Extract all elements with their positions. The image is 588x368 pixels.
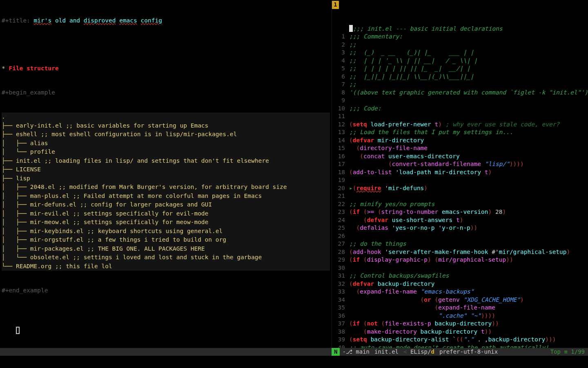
code-text: ▸(require 'mir-defuns) [349,184,586,193]
code-line: 11 [332,112,586,121]
code-line: 6;; |_||_| |_||_| \\__|(_)\\___||_| [332,73,586,81]
line-number: 23 [332,208,349,216]
code-text: ;; | | | '_ \\ | || __| / _ \\| | [349,57,586,65]
begin-example: #+begin_example [2,89,330,97]
line-number: 22 [332,200,349,209]
code-text: (defvar backup-directory [349,280,586,288]
code-text [349,96,586,105]
line-number: 3 [332,49,349,57]
code-text: (expand-file-name "emacs-backups" [349,288,586,296]
elisp-buffer[interactable]: 1 ;;; init.el --- basic initial declarat… [332,0,588,348]
code-line: 22;; minify yes/no prompts [332,200,586,209]
code-text: (convert-standard-filename "lisp/")))) [349,160,586,168]
code-line: 8'((above text graphic generated with co… [332,89,586,97]
code-line: 15 (directory-file-name [332,144,586,153]
line-number: 9 [332,96,349,105]
code-text: ;; Control backups/swapfiles [349,272,586,280]
tree-line: . [2,112,330,121]
line-number: 33 [332,288,349,296]
modeline-row: N main init.el < ELisp/d prefer-utf-8-un… [0,348,588,356]
org-buffer[interactable]: #+title: mir's old and disproved emacs c… [0,0,332,348]
code-text [349,192,586,200]
code-line: 13;; Load the files that I put my settin… [332,128,586,137]
code-text: (or (getenv "XDG_CACHE_HOME") [349,296,586,304]
tree-line: ├── lisp [2,174,330,183]
title-keyword: #+title: [2,17,34,24]
code-text: (if (>= (string-to-number emacs-version)… [349,208,586,216]
code-text: ;;; Code: [349,105,586,113]
code-text [349,232,586,240]
line-number [332,25,349,33]
line-number: 39 [332,336,349,344]
org-title-line: #+title: mir's old and disproved emacs c… [2,17,330,25]
code-line: 3;; (_) _ __ (_)| |_ ___ | | [332,49,586,57]
code-line: 2;; [332,41,586,49]
tree-line: │ └── profile [2,148,330,157]
code-text: (defvar mir-directory [349,137,586,145]
tree-line: ├── eshell ;; most eshell configuration … [2,130,330,139]
code-line: 37(if (not (file-exists-p backup-directo… [332,320,586,328]
code-text: (add-to-list 'load-path mir-directory t) [349,168,586,177]
line-number: 16 [332,153,349,161]
line-number: 37 [332,320,349,328]
code-text: '((above text graphic generated with com… [349,89,588,97]
tree-line: ├── init.el ;; loading files in lisp/ an… [2,157,330,166]
line-number: 17 [332,160,349,168]
code-text: ;; | | | | | || || |_ _| __/| | [349,65,586,73]
code-text: ;; [349,41,586,49]
current-line-badge: 1 [332,1,339,9]
line-number: 25 [332,224,349,232]
code-text: ;; [349,81,586,89]
title-word: mir's [34,17,52,24]
line-number: 11 [332,112,349,121]
code-text: (concat user-emacs-directory [349,153,586,161]
line-number: 26 [332,232,349,240]
code-text: ;; auto-save-mode doesn't create the pat… [349,344,586,348]
line-number: 5 [332,65,349,73]
code-line: 24 (defvar use-short-answers t) [332,216,586,224]
major-mode: < ELisp/d [401,348,437,356]
code-line: 36 ".cache" "~")))) [332,312,586,320]
echo-area [0,356,588,368]
code-line: 38 (make-directory backup-directory t)) [332,328,586,336]
code-line: 4;; | | | '_ \\ | || __| / _ \\| | [332,57,586,65]
line-number: 21 [332,192,349,200]
code-text: ;; do the things [349,240,586,248]
buffer-position: Top ≡ 1/99 [550,348,588,356]
code-line: 34 (or (getenv "XDG_CACHE_HOME") [332,296,586,304]
code-text: (setq backup-directory-alist `(("." . ,b… [349,336,586,344]
line-number: 24 [332,216,349,224]
line-number: 30 [332,264,349,272]
line-number: 15 [332,144,349,153]
code-line: 20▸(require 'mir-defuns) [332,184,586,193]
line-number: 8 [332,89,349,97]
code-line: 12(setq load-prefer-newer t) ; why ever … [332,121,586,129]
code-text: ;; minify yes/no prompts [349,200,586,209]
line-number: 2 [332,41,349,49]
tree-line: │ ├── mir-defuns.el ;; config for larger… [2,200,330,209]
code-text [349,176,586,184]
modeline-left [0,348,332,356]
evil-state-indicator: N [332,348,340,356]
code-line: ;;; init.el --- basic initial declaratio… [332,25,586,33]
code-line: 19 [332,176,586,184]
line-number: 18 [332,168,349,177]
code-line: 28(add-hook 'server-after-make-frame-hoo… [332,248,586,256]
tree-line: ├── early-init.el ;; basic variables for… [2,121,330,130]
title-word: disproved [84,17,116,24]
code-text: ;; Load the files that I put my settings… [349,128,586,137]
tree-line: │ └── obsolete.el ;; settings i loved an… [2,253,330,262]
code-text: ;; |_||_| |_||_| \\__|(_)\\___||_| [349,73,586,81]
code-line: 32(defvar backup-directory [332,280,586,288]
code-line: 39(setq backup-directory-alist `(("." . … [332,336,586,344]
line-number: 35 [332,304,349,312]
line-number: 40 [332,344,349,348]
code-line: 35 (expand-file-name [332,304,586,312]
vc-branch: main [340,348,372,356]
code-text: ;;; init.el --- basic initial declaratio… [349,25,586,33]
line-number: 10 [332,105,349,113]
code-line: 21 [332,192,586,200]
code-line: 25 (defalias 'yes-or-no-p 'y-or-n-p)) [332,224,586,232]
line-number: 7 [332,81,349,89]
code-line: 18(add-to-list 'load-path mir-directory … [332,168,586,177]
